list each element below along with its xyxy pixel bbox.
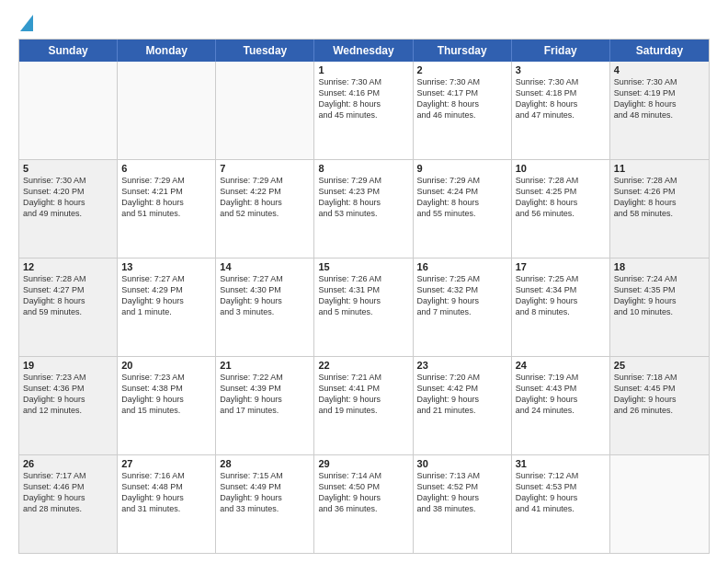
day-info: Sunrise: 7:16 AM Sunset: 4:48 PM Dayligh…: [121, 470, 211, 515]
day-cell-13: 13Sunrise: 7:27 AM Sunset: 4:29 PM Dayli…: [118, 259, 216, 356]
day-info: Sunrise: 7:26 AM Sunset: 4:31 PM Dayligh…: [318, 273, 408, 318]
empty-cell: [610, 455, 709, 553]
day-number: 28: [220, 458, 310, 469]
empty-cell: [19, 62, 118, 159]
day-info: Sunrise: 7:14 AM Sunset: 4:50 PM Dayligh…: [318, 470, 408, 515]
calendar-row-1: 5Sunrise: 7:30 AM Sunset: 4:20 PM Daylig…: [19, 159, 709, 258]
day-number: 27: [121, 458, 211, 469]
day-number: 15: [318, 261, 408, 272]
day-info: Sunrise: 7:30 AM Sunset: 4:19 PM Dayligh…: [614, 76, 705, 121]
day-cell-22: 22Sunrise: 7:21 AM Sunset: 4:41 PM Dayli…: [314, 357, 413, 454]
day-number: 21: [220, 360, 310, 371]
day-number: 5: [23, 163, 113, 174]
day-info: Sunrise: 7:29 AM Sunset: 4:22 PM Dayligh…: [220, 175, 310, 220]
day-cell-18: 18Sunrise: 7:24 AM Sunset: 4:35 PM Dayli…: [610, 259, 709, 356]
day-number: 13: [121, 261, 211, 272]
day-cell-11: 11Sunrise: 7:28 AM Sunset: 4:26 PM Dayli…: [610, 160, 709, 258]
weekday-header-saturday: Saturday: [610, 40, 709, 62]
day-info: Sunrise: 7:28 AM Sunset: 4:27 PM Dayligh…: [23, 273, 113, 318]
day-cell-5: 5Sunrise: 7:30 AM Sunset: 4:20 PM Daylig…: [19, 160, 118, 258]
day-cell-6: 6Sunrise: 7:29 AM Sunset: 4:21 PM Daylig…: [118, 160, 216, 258]
day-info: Sunrise: 7:27 AM Sunset: 4:30 PM Dayligh…: [220, 273, 310, 318]
day-cell-29: 29Sunrise: 7:14 AM Sunset: 4:50 PM Dayli…: [314, 455, 413, 553]
empty-cell: [216, 62, 314, 159]
day-cell-27: 27Sunrise: 7:16 AM Sunset: 4:48 PM Dayli…: [118, 455, 216, 553]
day-cell-20: 20Sunrise: 7:23 AM Sunset: 4:38 PM Dayli…: [118, 357, 216, 454]
page: SundayMondayTuesdayWednesdayThursdayFrid…: [0, 0, 728, 563]
calendar-row-0: 1Sunrise: 7:30 AM Sunset: 4:16 PM Daylig…: [19, 62, 709, 159]
day-number: 8: [318, 163, 408, 174]
day-number: 12: [23, 261, 113, 272]
day-number: 22: [318, 360, 408, 371]
day-info: Sunrise: 7:21 AM Sunset: 4:41 PM Dayligh…: [318, 372, 408, 417]
day-info: Sunrise: 7:22 AM Sunset: 4:39 PM Dayligh…: [220, 372, 310, 417]
day-number: 20: [121, 360, 211, 371]
day-cell-23: 23Sunrise: 7:20 AM Sunset: 4:42 PM Dayli…: [414, 357, 512, 454]
calendar-row-3: 19Sunrise: 7:23 AM Sunset: 4:36 PM Dayli…: [19, 356, 709, 454]
day-cell-1: 1Sunrise: 7:30 AM Sunset: 4:16 PM Daylig…: [314, 62, 413, 159]
day-cell-8: 8Sunrise: 7:29 AM Sunset: 4:23 PM Daylig…: [314, 160, 413, 258]
day-number: 14: [220, 261, 310, 272]
day-number: 26: [23, 458, 113, 469]
day-number: 9: [417, 163, 507, 174]
day-info: Sunrise: 7:18 AM Sunset: 4:45 PM Dayligh…: [614, 372, 705, 417]
day-number: 16: [417, 261, 507, 272]
day-info: Sunrise: 7:15 AM Sunset: 4:49 PM Dayligh…: [220, 470, 310, 515]
day-number: 25: [614, 360, 705, 371]
day-cell-17: 17Sunrise: 7:25 AM Sunset: 4:34 PM Dayli…: [512, 259, 610, 356]
day-number: 30: [417, 458, 507, 469]
day-info: Sunrise: 7:28 AM Sunset: 4:25 PM Dayligh…: [516, 175, 606, 220]
day-cell-26: 26Sunrise: 7:17 AM Sunset: 4:46 PM Dayli…: [19, 455, 118, 553]
day-info: Sunrise: 7:23 AM Sunset: 4:36 PM Dayligh…: [23, 372, 113, 417]
day-cell-9: 9Sunrise: 7:29 AM Sunset: 4:24 PM Daylig…: [414, 160, 512, 258]
weekday-header-tuesday: Tuesday: [216, 40, 314, 62]
weekday-header-thursday: Thursday: [414, 40, 512, 62]
day-info: Sunrise: 7:20 AM Sunset: 4:42 PM Dayligh…: [417, 372, 507, 417]
day-info: Sunrise: 7:30 AM Sunset: 4:18 PM Dayligh…: [516, 76, 606, 121]
day-info: Sunrise: 7:24 AM Sunset: 4:35 PM Dayligh…: [614, 273, 705, 318]
day-info: Sunrise: 7:19 AM Sunset: 4:43 PM Dayligh…: [516, 372, 606, 417]
day-number: 11: [614, 163, 705, 174]
weekday-header-monday: Monday: [118, 40, 216, 62]
day-cell-3: 3Sunrise: 7:30 AM Sunset: 4:18 PM Daylig…: [512, 62, 610, 159]
day-cell-7: 7Sunrise: 7:29 AM Sunset: 4:22 PM Daylig…: [216, 160, 314, 258]
day-cell-4: 4Sunrise: 7:30 AM Sunset: 4:19 PM Daylig…: [610, 62, 709, 159]
day-info: Sunrise: 7:12 AM Sunset: 4:53 PM Dayligh…: [516, 470, 606, 515]
empty-cell: [118, 62, 216, 159]
weekday-header-sunday: Sunday: [19, 40, 118, 62]
day-info: Sunrise: 7:25 AM Sunset: 4:34 PM Dayligh…: [516, 273, 606, 318]
day-cell-10: 10Sunrise: 7:28 AM Sunset: 4:25 PM Dayli…: [512, 160, 610, 258]
day-cell-31: 31Sunrise: 7:12 AM Sunset: 4:53 PM Dayli…: [512, 455, 610, 553]
calendar-header: SundayMondayTuesdayWednesdayThursdayFrid…: [19, 40, 709, 62]
day-number: 2: [417, 64, 507, 75]
weekday-header-wednesday: Wednesday: [314, 40, 413, 62]
day-cell-21: 21Sunrise: 7:22 AM Sunset: 4:39 PM Dayli…: [216, 357, 314, 454]
day-number: 10: [516, 163, 606, 174]
day-cell-30: 30Sunrise: 7:13 AM Sunset: 4:52 PM Dayli…: [414, 455, 512, 553]
header: [18, 15, 710, 29]
day-cell-24: 24Sunrise: 7:19 AM Sunset: 4:43 PM Dayli…: [512, 357, 610, 454]
day-cell-25: 25Sunrise: 7:18 AM Sunset: 4:45 PM Dayli…: [610, 357, 709, 454]
day-number: 4: [614, 64, 705, 75]
day-number: 31: [516, 458, 606, 469]
day-cell-14: 14Sunrise: 7:27 AM Sunset: 4:30 PM Dayli…: [216, 259, 314, 356]
day-info: Sunrise: 7:29 AM Sunset: 4:23 PM Dayligh…: [318, 175, 408, 220]
logo: [18, 15, 33, 29]
day-number: 23: [417, 360, 507, 371]
day-info: Sunrise: 7:28 AM Sunset: 4:26 PM Dayligh…: [614, 175, 705, 220]
day-cell-16: 16Sunrise: 7:25 AM Sunset: 4:32 PM Dayli…: [414, 259, 512, 356]
day-number: 3: [516, 64, 606, 75]
day-cell-19: 19Sunrise: 7:23 AM Sunset: 4:36 PM Dayli…: [19, 357, 118, 454]
day-number: 6: [121, 163, 211, 174]
day-info: Sunrise: 7:30 AM Sunset: 4:20 PM Dayligh…: [23, 175, 113, 220]
calendar-row-4: 26Sunrise: 7:17 AM Sunset: 4:46 PM Dayli…: [19, 454, 709, 553]
day-info: Sunrise: 7:13 AM Sunset: 4:52 PM Dayligh…: [417, 470, 507, 515]
day-info: Sunrise: 7:25 AM Sunset: 4:32 PM Dayligh…: [417, 273, 507, 318]
calendar-body: 1Sunrise: 7:30 AM Sunset: 4:16 PM Daylig…: [19, 62, 709, 553]
logo-triangle: [20, 15, 33, 31]
day-number: 7: [220, 163, 310, 174]
day-info: Sunrise: 7:30 AM Sunset: 4:16 PM Dayligh…: [318, 76, 408, 121]
day-cell-28: 28Sunrise: 7:15 AM Sunset: 4:49 PM Dayli…: [216, 455, 314, 553]
day-info: Sunrise: 7:29 AM Sunset: 4:21 PM Dayligh…: [121, 175, 211, 220]
day-info: Sunrise: 7:30 AM Sunset: 4:17 PM Dayligh…: [417, 76, 507, 121]
